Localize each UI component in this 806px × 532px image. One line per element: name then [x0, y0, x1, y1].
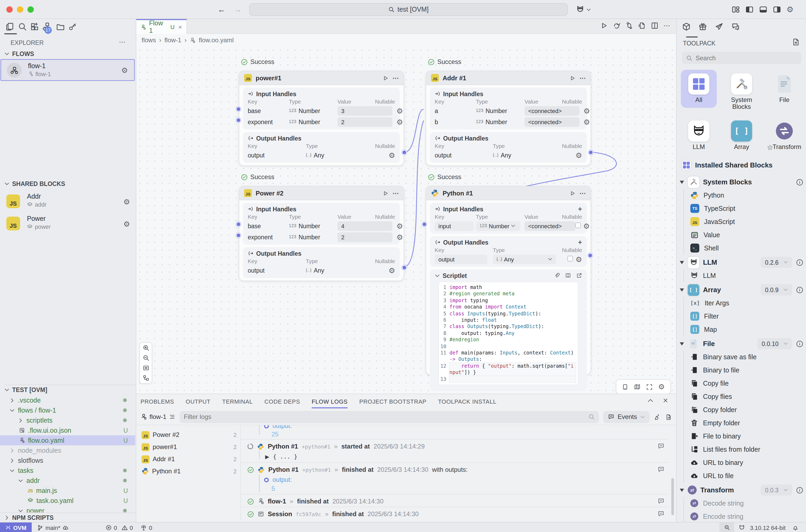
log-list-icon[interactable]	[169, 414, 175, 420]
tab-problems[interactable]: PROBLEMS	[140, 398, 174, 404]
tab-flow-1[interactable]: Flow 1 U	[136, 19, 187, 34]
input-row-b[interactable]: b123Number<connected>⚙	[435, 116, 582, 127]
type-select[interactable]: 123 Number	[476, 221, 520, 231]
open-external-icon[interactable]	[576, 272, 582, 279]
node-addr1[interactable]: JS Addr #1 ⋯ Input Handles KeyTypeValueN…	[426, 71, 591, 166]
key-icon[interactable]	[68, 22, 77, 31]
log-node-power2[interactable]: JSPower #22	[141, 430, 237, 440]
block-item-copy-folder[interactable]: Copy folder	[690, 403, 801, 416]
git-branch-status[interactable]: main*	[37, 522, 69, 532]
section-transform[interactable]: ⇄ Transform 0.0.3	[680, 483, 803, 497]
code-line[interactable]: 2#region generated meta	[439, 291, 576, 298]
tree-item-flows-flow-1[interactable]: flows / flow-1	[0, 405, 135, 415]
block-item-iter-args[interactable]: [x]Iter Args	[690, 297, 801, 309]
remote-indicator[interactable]: OVM	[0, 522, 32, 532]
tree-item-flow-ui-json[interactable]: .flow.ui.oo.jsonU	[0, 425, 135, 435]
log-node-power1[interactable]: JSpower#12	[141, 442, 237, 452]
notifications-bell[interactable]	[792, 522, 799, 532]
code-line[interactable]: 10	[439, 343, 576, 350]
node-python1[interactable]: Python #1 ⋯ Input Handles+ KeyTypeValueN…	[426, 186, 591, 375]
block-item-map[interactable]: []Map	[690, 323, 801, 336]
input-row-base[interactable]: base123Number4⚙	[248, 220, 395, 231]
value-field[interactable]: 4	[338, 221, 392, 231]
shared-blocks-section-header[interactable]: SHARED BLOCKS	[4, 181, 65, 187]
block-item-url-to-binary[interactable]: URL to binary	[690, 456, 801, 469]
code-line[interactable]: 6 input: float	[439, 317, 576, 324]
handle-dot[interactable]	[236, 107, 241, 112]
section-llm[interactable]: LLM 0.2.6	[680, 256, 803, 269]
shared-block-item-power[interactable]: JS Power power ⚙	[0, 214, 136, 234]
value-field[interactable]: <connected>	[524, 106, 579, 115]
run-node-icon[interactable]	[569, 75, 576, 81]
npm-scripts-header[interactable]: NPM SCRIPTS	[0, 512, 136, 522]
info-icon[interactable]	[796, 286, 803, 293]
input-row-exponent[interactable]: exponent123Number2⚙	[248, 231, 395, 243]
shared-block-gear-icon[interactable]: ⚙	[123, 198, 130, 206]
block-item-python[interactable]: Python	[690, 189, 801, 202]
add-input-handle-icon[interactable]: +	[578, 205, 582, 213]
tile-all[interactable]: All	[681, 70, 717, 108]
handle-dot[interactable]	[236, 118, 241, 122]
extensions-icon[interactable]	[30, 22, 39, 31]
tree-item-task-oo-yaml[interactable]: task.oo.yamlU	[0, 496, 135, 506]
flows-section-header[interactable]: FLOWS	[4, 51, 34, 57]
maximize-panel-icon[interactable]	[647, 397, 654, 404]
explorer-files-icon[interactable]	[5, 22, 14, 31]
node-more-icon[interactable]: ⋯	[579, 189, 586, 197]
tree-item-node-modules[interactable]: node_modules	[0, 445, 135, 455]
code-line[interactable]: 3import typing	[439, 298, 576, 304]
python-runtime-status[interactable]: 3.10.12 64-bit	[750, 522, 786, 532]
fit-view-icon[interactable]	[142, 364, 149, 372]
output-row[interactable]: output{..}Any⚙	[248, 150, 395, 160]
add-output-handle-icon[interactable]: +	[578, 238, 582, 246]
value-field[interactable]: 2	[338, 232, 392, 242]
code-line[interactable]: 4from oocana import Context	[439, 304, 576, 310]
more-actions-icon[interactable]: ⋯	[664, 22, 671, 30]
tree-item-tasks[interactable]: tasks	[0, 466, 135, 475]
send-rocket-icon[interactable]	[715, 22, 724, 31]
output-row[interactable]: output {..} Any ⚙	[435, 253, 582, 265]
log-entry-finished[interactable]: Python #1+python#1»finished at2025/6/3 1…	[247, 466, 676, 473]
toolpack-search-input[interactable]	[696, 54, 797, 61]
new-toolpack-icon[interactable]	[792, 38, 800, 46]
breadcrumb-flow-1[interactable]: flow-1	[165, 36, 181, 44]
toggle-primary-sidebar-icon[interactable]	[745, 5, 754, 14]
comment-icon[interactable]	[657, 443, 665, 450]
node-more-icon[interactable]: ⋯	[579, 74, 586, 82]
forward-button[interactable]: →	[234, 5, 242, 14]
card-view-icon[interactable]	[622, 383, 629, 390]
minimap-icon[interactable]	[634, 383, 641, 390]
flow-canvas[interactable]: Success JS power#1 ⋯ Input Handles KeyTy…	[136, 46, 676, 394]
block-item-encode-string[interactable]: ⇄Encode string	[690, 510, 801, 523]
type-select[interactable]: {..} Any	[493, 254, 556, 264]
info-icon[interactable]	[796, 486, 803, 494]
tab-code-deps[interactable]: CODE DEPS	[264, 398, 300, 404]
tile-array[interactable]: [ ] Array	[724, 120, 760, 151]
run-flow-icon[interactable]	[600, 22, 608, 30]
breadcrumb-file[interactable]: flow.oo.yaml	[199, 36, 234, 44]
block-item-javascript[interactable]: JSJavaScript	[690, 215, 801, 228]
toggle-panel-icon[interactable]	[759, 5, 767, 14]
breadcrumb-flows[interactable]: flows	[141, 36, 156, 44]
file-version-select[interactable]: 0.0.10	[757, 338, 792, 349]
run-node-icon[interactable]	[382, 190, 389, 196]
close-panel-icon[interactable]	[662, 397, 669, 404]
tile-transform[interactable]: ⚝Transform	[766, 120, 802, 151]
block-item-url-to-file[interactable]: URL to file	[690, 469, 801, 482]
node-power1[interactable]: JS power#1 ⋯ Input Handles KeyTypeValueN…	[239, 71, 404, 166]
value-field[interactable]: <connected>	[524, 221, 575, 231]
split-editor-icon[interactable]	[651, 22, 659, 30]
tree-item-vscode[interactable]: .vscode	[0, 395, 135, 405]
node-header[interactable]: JS power#1 ⋯	[239, 71, 404, 85]
input-row-a[interactable]: a123Number<connected>⚙	[435, 105, 582, 116]
block-item-decode-string[interactable]: ⇄Decode string	[690, 497, 801, 510]
tab-output[interactable]: OUTPUT	[186, 398, 210, 404]
graph-icon[interactable]	[626, 22, 633, 30]
code-line[interactable]: 1import math	[439, 284, 576, 291]
zoom-in-icon[interactable]	[142, 344, 149, 351]
array-version-select[interactable]: 0.0.9	[761, 284, 792, 295]
log-node-python1[interactable]: Python #12	[141, 466, 237, 477]
log-entry-flow-finished[interactable]: flow-1»finished at2025/6/3 14:14:30	[247, 498, 676, 505]
code-line[interactable]: 11def main(params: Inputs, context: Cont…	[439, 350, 576, 363]
flow-list-item[interactable]: flow-1 flow-1 ⚙	[1, 59, 135, 81]
